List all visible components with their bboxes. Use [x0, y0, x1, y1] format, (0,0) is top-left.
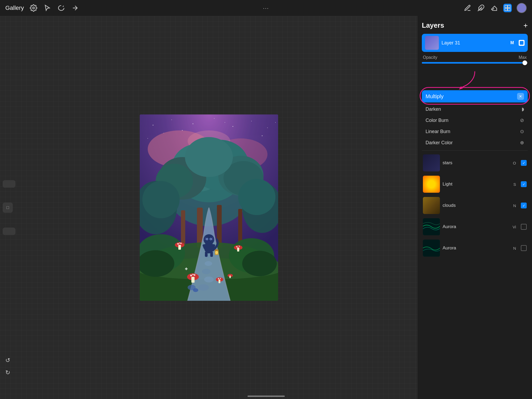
panel-header: Layers + — [422, 21, 528, 30]
opacity-slider-fill — [422, 62, 522, 64]
svg-rect-39 — [238, 209, 242, 242]
blend-mode-darker-color[interactable]: Darker Color ⊕ — [422, 137, 528, 148]
layer-mode-aurora-2: N — [513, 246, 516, 250]
brush-size-slider[interactable] — [3, 180, 15, 188]
blend-mode-darker-color-label: Darker Color — [426, 140, 453, 146]
blend-mode-darken[interactable]: Darken ◗ — [422, 104, 528, 115]
svg-point-33 — [142, 181, 180, 218]
toolbar: Gallery ··· — [0, 0, 532, 16]
blend-mode-color-burn-icon: ⊘ — [520, 117, 524, 123]
layer-row-light[interactable]: Light S — [422, 174, 528, 194]
svg-point-57 — [180, 242, 182, 244]
svg-point-87 — [207, 238, 208, 240]
blend-mode-darker-color-icon: ⊕ — [520, 140, 524, 146]
opacity-slider-left[interactable] — [3, 228, 15, 235]
blend-mode-selected[interactable]: Multiply ✕ — [422, 90, 528, 102]
layer-name-aurora-1: Aurora — [443, 224, 510, 229]
svg-point-9 — [192, 123, 193, 124]
toolbar-center: ··· — [263, 5, 269, 11]
active-layer-checkbox[interactable] — [519, 40, 525, 46]
svg-point-50 — [205, 261, 212, 266]
blend-mode-linear-burn-label: Linear Burn — [426, 129, 450, 134]
smudge-icon[interactable] — [477, 4, 485, 12]
layer-checkbox-light[interactable] — [521, 181, 527, 187]
svg-point-13 — [267, 127, 268, 128]
svg-rect-89 — [205, 252, 208, 257]
artwork-canvas[interactable] — [140, 114, 278, 301]
undo-redo-controls: ↺ ↻ — [3, 355, 13, 378]
svg-point-8 — [171, 120, 172, 120]
cursor-icon[interactable] — [43, 4, 52, 12]
svg-point-76 — [187, 268, 188, 269]
opacity-slider-thumb[interactable] — [522, 60, 527, 65]
layer-mode-aurora-1: Vi — [513, 225, 516, 229]
svg-point-18 — [147, 138, 148, 139]
gallery-button[interactable]: Gallery — [5, 5, 24, 11]
svg-point-88 — [210, 238, 211, 240]
svg-point-19 — [275, 122, 276, 123]
svg-point-46 — [242, 251, 277, 276]
svg-point-56 — [177, 243, 179, 245]
layer-row-aurora-1[interactable]: Aurora Vi — [422, 217, 528, 237]
svg-rect-5 — [508, 8, 510, 11]
toolbar-left: Gallery — [5, 4, 79, 12]
svg-point-66 — [194, 274, 195, 276]
blend-mode-darken-label: Darken — [426, 106, 441, 112]
active-layer-name: Layer 31 — [442, 40, 508, 46]
svg-point-48 — [204, 277, 214, 282]
blend-mode-clear-button[interactable]: ✕ — [517, 93, 524, 100]
pen-icon[interactable] — [463, 4, 472, 12]
svg-point-98 — [193, 288, 198, 292]
shape-tool[interactable]: □ — [3, 203, 13, 213]
section-divider — [422, 150, 528, 151]
svg-rect-101 — [423, 240, 440, 257]
color-picker[interactable] — [517, 3, 527, 13]
layer-checkbox-stars[interactable] — [521, 160, 527, 166]
opacity-label: Opacity — [423, 55, 437, 60]
redo-button[interactable]: ↻ — [3, 368, 13, 378]
svg-rect-2 — [505, 5, 507, 8]
svg-point-58 — [179, 242, 180, 244]
layer-checkbox-aurora-2[interactable] — [521, 245, 527, 251]
opacity-slider[interactable] — [422, 62, 528, 64]
settings-icon[interactable] — [29, 4, 38, 12]
layer-row-stars[interactable]: stars O — [422, 153, 528, 173]
svg-point-31 — [185, 137, 233, 177]
svg-point-61 — [236, 246, 237, 247]
svg-point-10 — [214, 118, 215, 119]
lasso-icon[interactable] — [57, 4, 65, 12]
layer-mode-clouds: N — [513, 203, 516, 208]
layers-icon[interactable] — [503, 4, 512, 12]
svg-point-11 — [232, 126, 233, 127]
svg-point-78 — [186, 269, 187, 270]
svg-point-12 — [251, 121, 252, 121]
svg-point-95 — [215, 251, 218, 254]
add-layer-button[interactable]: + — [523, 22, 528, 29]
layer-mode-stars: O — [513, 161, 516, 165]
svg-point-49 — [202, 269, 211, 274]
panel-title: Layers — [422, 21, 444, 30]
layer-name-clouds: clouds — [443, 203, 510, 208]
blend-mode-color-burn[interactable]: Color Burn ⊘ — [422, 115, 528, 126]
transform-icon[interactable] — [71, 4, 79, 12]
active-layer-row[interactable]: Layer 31 M — [422, 34, 528, 52]
blend-mode-linear-burn[interactable]: Linear Burn ⊙ — [422, 126, 528, 137]
svg-point-71 — [220, 278, 221, 279]
layer-row-aurora-2[interactable]: Aurora N — [422, 238, 528, 258]
layer-row-clouds[interactable]: clouds N — [422, 195, 528, 216]
blend-mode-linear-burn-icon: ⊙ — [520, 129, 524, 134]
layer-thumb-aurora-1 — [423, 218, 440, 235]
svg-rect-3 — [508, 5, 510, 8]
svg-rect-60 — [237, 248, 239, 252]
svg-point-16 — [225, 122, 225, 123]
undo-button[interactable]: ↺ — [3, 355, 13, 365]
layer-checkbox-aurora-1[interactable] — [521, 224, 527, 230]
svg-point-7 — [152, 125, 153, 125]
svg-point-70 — [218, 278, 219, 279]
eraser-icon[interactable] — [490, 4, 498, 12]
svg-marker-99 — [459, 86, 463, 90]
layer-checkbox-clouds[interactable] — [521, 203, 527, 208]
more-options-button[interactable]: ··· — [263, 5, 269, 11]
svg-point-62 — [239, 246, 240, 247]
layer-thumb-aurora-2 — [423, 240, 440, 257]
